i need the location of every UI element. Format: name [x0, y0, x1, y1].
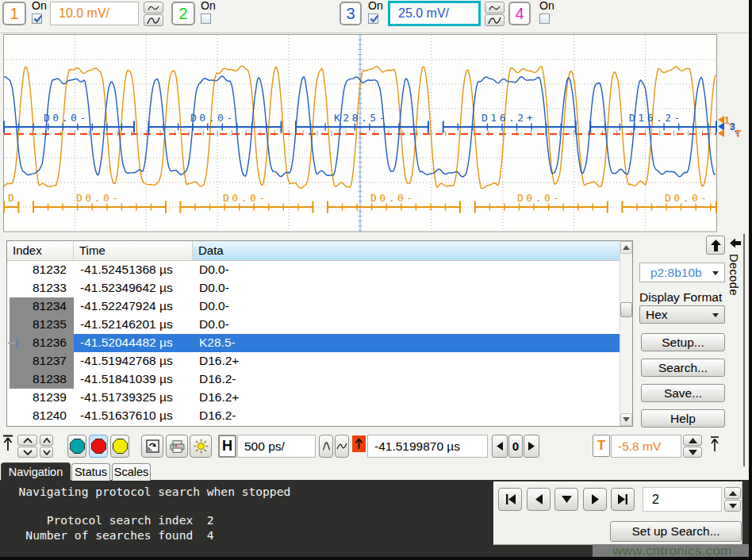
- channel-3-on-checkbox[interactable]: [368, 13, 378, 24]
- scale-smaller-button[interactable]: [485, 2, 505, 13]
- nudge-down-button[interactable]: [17, 447, 37, 458]
- display-format-dropdown[interactable]: Hex: [639, 305, 725, 324]
- listing-header-time[interactable]: Time: [74, 241, 193, 260]
- search-button[interactable]: Search...: [641, 359, 725, 377]
- listing-scrollbar[interactable]: [620, 241, 632, 426]
- nudge-up-button[interactable]: [17, 435, 37, 446]
- table-row[interactable]: 81238-41.51841039 µsD16.2-: [7, 370, 620, 389]
- setup-button[interactable]: Setup...: [641, 333, 725, 351]
- table-row[interactable]: 81232-41.52451368 µsD0.0-: [7, 261, 620, 279]
- single-button[interactable]: [110, 435, 129, 458]
- help-button[interactable]: Help: [641, 409, 725, 428]
- level-up-button[interactable]: [683, 435, 702, 446]
- table-row[interactable]: 81234-41.52247924 µsD0.0-: [7, 297, 620, 316]
- table-row[interactable]: 81239-41.51739325 µsD16.2+: [7, 389, 620, 407]
- table-row[interactable]: 81235-41.52146201 µsD0.0-: [7, 316, 620, 334]
- result-down-button[interactable]: [724, 500, 741, 512]
- channel-1-scale-field[interactable]: 10.0 mV/: [50, 2, 139, 25]
- orange-bus-decode-label: D0.0-: [370, 192, 416, 204]
- first-result-button[interactable]: [498, 488, 522, 511]
- orange-bus-decode-label: D0.0-: [223, 192, 268, 204]
- current-result-button[interactable]: [554, 488, 578, 511]
- decode-side-tab[interactable]: Decode: [727, 234, 745, 466]
- horizontal-position-field[interactable]: -41.5199870 µs: [367, 435, 488, 458]
- clear-display-button[interactable]: [141, 435, 163, 458]
- waveform-nudge-spinner-large: [17, 435, 37, 458]
- print-button[interactable]: [166, 435, 188, 458]
- scroll-to-top-icon[interactable]: [2, 435, 13, 455]
- up-triangle-icon: [623, 245, 630, 250]
- cell-time: -41.52349642 µs: [74, 279, 193, 297]
- scrollbar-down-button[interactable]: [620, 413, 632, 426]
- run-button[interactable]: [67, 435, 86, 458]
- tab-status[interactable]: Status: [71, 463, 110, 481]
- trigger-level-field[interactable]: -5.8 mV: [611, 435, 681, 458]
- sun-icon-shape-shape: [204, 450, 205, 451]
- channel-3-button[interactable]: 3: [340, 2, 362, 25]
- on-label: On: [539, 0, 554, 12]
- save-button[interactable]: Save...: [641, 384, 725, 402]
- sun-icon: [194, 439, 209, 454]
- zero-position-button[interactable]: 0: [508, 435, 523, 458]
- scrollbar-up-button[interactable]: [620, 241, 632, 254]
- previous-result-button[interactable]: [527, 488, 551, 511]
- waveform-plot[interactable]: D0.0-D0.0-K28.5-D16.2+D16.2-DD0.0-D0.0-D…: [3, 34, 749, 232]
- scale-bigger-button[interactable]: [485, 14, 505, 26]
- last-result-button[interactable]: [611, 488, 635, 511]
- marker-label-3: 3: [730, 121, 735, 132]
- scale-smaller-button[interactable]: [144, 2, 163, 13]
- table-row[interactable]: 81240-41.51637610 µsD16.2-: [7, 407, 620, 425]
- left-arrow-icon: [730, 238, 741, 248]
- scrollbar-thumb[interactable]: [620, 302, 632, 317]
- nudge-down-button[interactable]: [40, 447, 53, 458]
- cell-data: D0.0-: [193, 261, 620, 279]
- trigger-button[interactable]: T: [593, 435, 610, 457]
- wide-wave-icon: [336, 440, 347, 452]
- stop-button[interactable]: [89, 435, 108, 458]
- first-icon: [505, 494, 516, 504]
- horizontal-button[interactable]: H: [218, 435, 236, 458]
- channel-1-button[interactable]: 1: [2, 2, 26, 25]
- zoom-out-horizontal-button[interactable]: [335, 435, 349, 458]
- tab-navigation[interactable]: Navigation: [1, 462, 71, 481]
- up-triangle-icon-shape: [623, 245, 630, 250]
- channel-4-on-checkbox[interactable]: [539, 13, 550, 24]
- level-down-button[interactable]: [683, 447, 702, 458]
- waveform-nudge-spinner-small: [40, 435, 53, 458]
- next-result-button[interactable]: [583, 488, 607, 511]
- listing-header-data[interactable]: Data: [193, 241, 620, 260]
- selected-row-marker-icon: [8, 337, 21, 352]
- nudge-up-button-shape-shape: [44, 439, 50, 443]
- pan-left-button[interactable]: [492, 435, 508, 458]
- table-row-selected[interactable]: 81236-41.52044482 µsK28.5-: [7, 334, 620, 352]
- decode-bus-value: p2:8b10b: [650, 266, 702, 280]
- nudge-up-button[interactable]: [40, 435, 53, 446]
- channel-1-on-checkbox[interactable]: [32, 13, 42, 24]
- collapse-listing-button[interactable]: [706, 236, 725, 255]
- tab-scales[interactable]: Scales: [112, 463, 151, 481]
- decode-bus-dropdown[interactable]: p2:8b10b: [639, 263, 725, 282]
- pan-right-button[interactable]: [524, 435, 539, 458]
- scale-bigger-button[interactable]: [144, 14, 163, 26]
- left-arrow-icon-shape: [730, 239, 741, 248]
- small-wave-icon-shape: [148, 6, 159, 10]
- search-result-number-input[interactable]: 2: [643, 487, 722, 512]
- horizontal-scale-field[interactable]: 500 ps/: [237, 435, 316, 458]
- result-up-button[interactable]: [724, 487, 741, 499]
- channel-4-button[interactable]: 4: [508, 2, 531, 25]
- table-row[interactable]: 81233-41.52349642 µsD0.0-: [7, 279, 620, 297]
- nudge-up-button-shape: [43, 438, 51, 443]
- cell-index: 81233: [7, 279, 74, 297]
- table-row[interactable]: 81237-41.51942768 µsD16.2+: [7, 352, 620, 370]
- run-octagon-icon: [70, 439, 85, 454]
- channel-2-on-checkbox[interactable]: [201, 13, 211, 24]
- set-up-search-button[interactable]: Set up Search...: [610, 521, 742, 542]
- nudge-up-button-shape: [23, 438, 33, 443]
- zoom-in-horizontal-button[interactable]: [319, 435, 333, 458]
- trigger-slope-icon[interactable]: [708, 435, 721, 455]
- listing-header-index[interactable]: Index: [7, 241, 74, 260]
- channel-2-button[interactable]: 2: [171, 2, 195, 25]
- display-brightness-button[interactable]: [190, 435, 212, 458]
- channel-3-scale-field[interactable]: 25.0 mV/: [388, 1, 481, 26]
- cell-data: D0.0-: [193, 279, 620, 297]
